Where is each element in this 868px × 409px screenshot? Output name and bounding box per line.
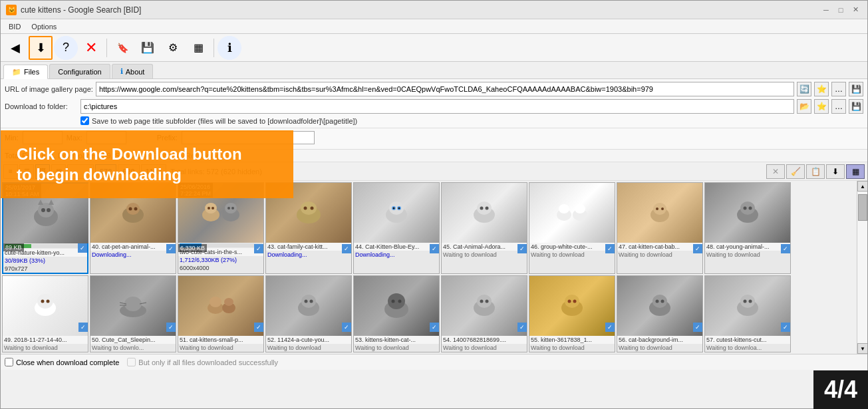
save-button[interactable]: 💾: [136, 36, 160, 60]
svg-point-64: [398, 300, 402, 303]
image-check-52: ✓: [342, 323, 351, 332]
close-button[interactable]: ✕: [849, 3, 862, 17]
save-url-button[interactable]: 💾: [849, 82, 863, 96]
menu-options[interactable]: Options: [26, 21, 62, 32]
help-button[interactable]: ?: [54, 36, 78, 60]
tab-files[interactable]: 📁 Files: [3, 65, 48, 79]
image-check-51: ✓: [254, 323, 263, 332]
svg-point-13: [225, 203, 237, 213]
image-name-47: 47. cat-kitten-cat-bab...: [617, 243, 702, 251]
menu-bid[interactable]: BID: [3, 21, 26, 32]
maximize-button[interactable]: □: [834, 3, 847, 17]
image-name-54: 54. 14007682818699....: [442, 336, 527, 344]
image-preview-51: [178, 276, 263, 336]
image-name-53: 53. kittens-kitten-cat-...: [354, 336, 439, 344]
folder-star-button[interactable]: ⭐: [814, 99, 829, 114]
stop-button[interactable]: ✕: [79, 36, 103, 60]
image-status-44: Downloading...: [354, 251, 439, 259]
image-cell-49[interactable]: ✓ 49. 2018-11-27-14-40... Waiting to dow…: [2, 275, 88, 352]
image-cell-51[interactable]: ✓ 51. cat-kittens-small-p... Waiting to …: [178, 275, 264, 352]
image-check-47: ✓: [693, 244, 702, 253]
image-name-43: 43. cat-family-cat-kitt...: [266, 243, 351, 251]
folder-label: Download to folder:: [5, 102, 78, 110]
url-input[interactable]: [96, 82, 794, 96]
image-preview-56: [617, 276, 702, 336]
only-if-all-row: But only if all files downloaded success…: [127, 358, 278, 366]
svg-marker-3: [49, 200, 54, 205]
callout-line2: to begin downloading: [17, 164, 277, 185]
save-subfolder-checkbox[interactable]: [80, 116, 89, 125]
titlebar: 🐱 cute kittens - Google Search [BID] ─ □…: [1, 1, 867, 19]
grid-button[interactable]: ▦: [186, 36, 210, 60]
folder-more-button[interactable]: …: [831, 99, 846, 114]
image-cell-48[interactable]: ✓ 48. cat-young-animal-... Waiting to do…: [704, 182, 791, 274]
svg-point-74: [652, 295, 667, 308]
image-cell-52[interactable]: ✓ 52. 11424-a-cute-you... Waiting to dow…: [265, 275, 352, 352]
image-check-40: ✓: [166, 244, 176, 253]
svg-point-62: [388, 293, 405, 309]
image-cell-54[interactable]: ✓ 54. 14007682818699.... Waiting to down…: [441, 275, 527, 352]
download-button[interactable]: ⬇: [29, 36, 53, 60]
links-clear-button[interactable]: 🧹: [786, 164, 805, 179]
folder-input[interactable]: [80, 99, 794, 114]
more-button[interactable]: …: [831, 82, 846, 96]
image-cell-57[interactable]: ✓ 57. cutest-kittens-cut... Waiting to d…: [704, 275, 791, 352]
links-active-button[interactable]: ▦: [846, 164, 865, 179]
image-name-52: 52. 11424-a-cute-you...: [266, 336, 351, 344]
image-cell-50[interactable]: ✓ 50. Cute_Cat_Sleepin... Waiting to dow…: [90, 275, 176, 352]
options-button[interactable]: ⚙: [161, 36, 185, 60]
bookmark-button[interactable]: 🔖: [110, 36, 134, 60]
svg-point-5: [47, 208, 51, 212]
scroll-thumb[interactable]: [858, 194, 867, 221]
info-button[interactable]: ℹ: [217, 36, 241, 60]
image-cell-44[interactable]: ✓ 44. Cat-Kitten-Blue-Ey... Downloading.…: [353, 182, 440, 274]
svg-point-33: [559, 204, 569, 213]
links-copy-button[interactable]: 📋: [806, 164, 825, 179]
image-cell-46[interactable]: ✓ 46. group-white-cute-... Waiting to do…: [529, 182, 615, 274]
minimize-button[interactable]: ─: [819, 3, 833, 17]
refresh-button[interactable]: 🔄: [797, 82, 811, 96]
save-subfolder-label: Save to web page title subfolder (files …: [92, 117, 357, 125]
image-preview-57: [705, 276, 790, 336]
only-if-all-checkbox[interactable]: [127, 358, 136, 366]
image-cell-45[interactable]: ✓ 45. Cat-Animal-Adora... Waiting to dow…: [441, 182, 527, 274]
image-name-40: 40. cat-pet-an-animal-...: [90, 243, 176, 251]
svg-point-9: [134, 207, 138, 211]
links-stop-button[interactable]: ✕: [766, 164, 785, 179]
svg-point-60: [310, 300, 313, 303]
image-cell-55[interactable]: ✓ 55. kitten-3617838_1... Waiting to dow…: [529, 275, 615, 352]
bottom-bar: Close when download complete But only if…: [1, 354, 867, 370]
image-cell-47[interactable]: ✓ 47. cat-kitten-cat-bab... Waiting to d…: [617, 182, 703, 274]
links-arrow-button[interactable]: ⬇: [826, 164, 845, 179]
image-preview-49: [3, 276, 88, 336]
separator-2: [214, 39, 214, 57]
svg-point-17: [231, 207, 234, 209]
image-status-46: Waiting to download: [529, 251, 615, 259]
svg-point-27: [398, 207, 400, 209]
browse-button[interactable]: 📂: [797, 99, 811, 114]
svg-point-31: [486, 207, 489, 210]
image-cell-56[interactable]: ✓ 56. cat-background-im... Waiting to do…: [617, 275, 703, 352]
callout-overlay: Click on the Download button to begin do…: [1, 130, 293, 198]
page-counter: 4/4: [813, 370, 868, 409]
image-dims-39: 970x727: [3, 265, 87, 273]
main-window: 🐱 cute kittens - Google Search [BID] ─ □…: [0, 0, 868, 409]
close-when-done-checkbox[interactable]: [5, 358, 13, 366]
folder-save-button[interactable]: 💾: [849, 99, 863, 114]
image-cell-53[interactable]: ✓ 53. kittens-kitten-cat-... Waiting to …: [353, 275, 440, 352]
image-status-41: 1,712/6,330KB (27%): [178, 256, 263, 264]
svg-point-58: [301, 295, 316, 308]
close-when-done-label: Close when download complete: [16, 358, 119, 366]
svg-point-39: [661, 207, 664, 210]
svg-point-72: [573, 300, 577, 303]
tab-configuration[interactable]: Configuration: [49, 64, 110, 78]
scroll-down-button[interactable]: ▼: [857, 343, 867, 354]
image-name-57: 57. cutest-kittens-cut...: [705, 336, 790, 344]
image-name-55: 55. kitten-3617838_1...: [529, 336, 615, 344]
back-button[interactable]: ◀: [3, 36, 27, 60]
star-button[interactable]: ⭐: [814, 82, 829, 96]
tab-about[interactable]: ℹ About: [112, 64, 154, 78]
scroll-up-button[interactable]: ▲: [857, 181, 867, 192]
svg-point-78: [740, 295, 755, 308]
image-check-44: ✓: [430, 244, 439, 253]
